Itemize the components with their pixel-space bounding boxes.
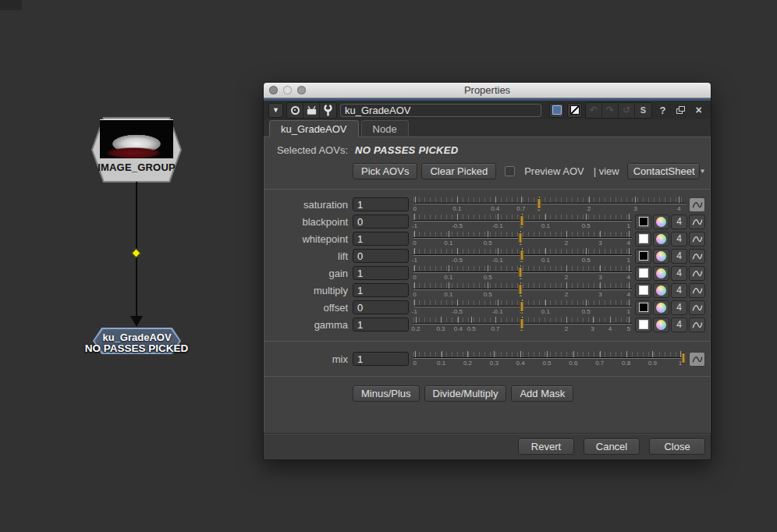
revert-button[interactable]: Revert — [518, 438, 574, 455]
slider-handle[interactable] — [519, 284, 523, 295]
pick-aovs-button[interactable]: Pick AOVs — [353, 163, 417, 179]
slider-tick-label: 0.7 — [516, 205, 525, 212]
clear-picked-button[interactable]: Clear Picked — [421, 163, 496, 179]
param-input-lift[interactable] — [353, 249, 409, 263]
color-swatch-button[interactable] — [635, 232, 651, 246]
slider-handle[interactable] — [681, 353, 685, 364]
undo-button[interactable]: ↶ — [586, 103, 602, 118]
close-window-icon[interactable] — [269, 86, 278, 94]
animation-curve-button[interactable] — [689, 249, 705, 264]
help-button[interactable]: ? — [655, 103, 670, 118]
image-group-node[interactable]: IMAGE_GROUP — [91, 117, 182, 183]
tab-ku-gradeaov[interactable]: ku_GradeAOV — [269, 120, 359, 137]
animation-curve-button[interactable] — [689, 300, 705, 315]
close-button[interactable]: Close — [649, 438, 705, 455]
slider-tick — [457, 197, 458, 203]
param-slider-saturation[interactable]: 00.10.40.71234 — [413, 196, 686, 213]
color-wheel-button[interactable] — [653, 266, 669, 281]
param-slider-offset[interactable]: -1-0.5-0.100.10.51 — [413, 299, 632, 316]
color-swatch-button[interactable] — [635, 249, 651, 264]
slider-tick-label: -0.5 — [452, 222, 463, 229]
slider-tick-label: 0.6 — [569, 360, 577, 367]
param-input-gamma[interactable] — [353, 317, 409, 332]
color-wheel-button[interactable] — [653, 249, 669, 264]
animation-curve-button[interactable] — [689, 266, 705, 281]
revert-knobs-button[interactable]: ↺ — [619, 103, 635, 118]
animation-curve-button[interactable] — [689, 197, 705, 212]
node-name-input[interactable] — [340, 104, 541, 117]
zoom-window-icon[interactable] — [297, 86, 306, 94]
channels-button[interactable]: 4 — [671, 249, 687, 264]
param-row-mix: mix00.10.20.30.40.50.60.70.80.91 — [264, 350, 710, 367]
color-wheel-button[interactable] — [653, 215, 669, 229]
channels-button[interactable]: 4 — [671, 283, 687, 298]
slider-handle[interactable] — [519, 267, 523, 278]
slider-tick — [652, 351, 653, 357]
script-button[interactable]: S — [635, 103, 651, 118]
animation-curve-button[interactable] — [689, 283, 705, 298]
param-input-gain[interactable] — [353, 266, 409, 280]
window-titlebar[interactable]: Properties — [264, 83, 711, 98]
slider-tick — [495, 197, 496, 203]
slider-tick-label: -0.1 — [492, 222, 503, 229]
param-slider-whitepoint[interactable]: 00.10.51234 — [413, 230, 632, 247]
param-slider-gamma[interactable]: 0.20.30.40.50.712345 — [413, 316, 632, 333]
param-slider-mix[interactable]: 00.10.20.30.40.50.60.70.80.91 — [413, 350, 686, 367]
color-wheel-button[interactable] — [653, 317, 669, 332]
color-swatch-button[interactable] — [635, 283, 651, 298]
slider-tick — [488, 231, 488, 237]
slider-tick — [520, 351, 521, 357]
preview-aov-checkbox[interactable] — [505, 166, 515, 176]
slider-handle[interactable] — [520, 215, 523, 226]
panel-menu-button[interactable]: ▼ — [268, 103, 283, 118]
color-wheel-button[interactable] — [653, 300, 669, 315]
color-wheel-button[interactable] — [653, 283, 669, 298]
connector-diamond-icon[interactable] — [131, 248, 141, 258]
view-dropdown[interactable]: ContactSheet ▼ — [627, 163, 700, 179]
param-input-multiply[interactable] — [353, 283, 409, 297]
animation-curve-button[interactable] — [689, 317, 705, 332]
close-panel-button[interactable]: × — [691, 103, 706, 118]
tab-node[interactable]: Node — [361, 120, 409, 137]
minus-plus-button[interactable]: Minus/Plus — [353, 385, 420, 402]
param-input-blackpoint[interactable] — [353, 215, 409, 229]
param-slider-blackpoint[interactable]: -1-0.5-0.100.10.51 — [413, 213, 632, 230]
color-wheel-button[interactable] — [653, 232, 669, 246]
divide-multiply-button[interactable]: Divide/Multiply — [424, 385, 507, 402]
slider-handle[interactable] — [520, 318, 523, 329]
gl-color-button[interactable] — [567, 103, 582, 118]
animation-curve-button[interactable] — [689, 232, 705, 246]
color-swatch-button[interactable] — [635, 300, 651, 315]
node-color-button[interactable] — [549, 103, 564, 118]
float-panel-button[interactable] — [673, 103, 688, 118]
grade-aov-node-title: ku_GradeAOV — [93, 332, 181, 343]
settings-button[interactable] — [320, 103, 336, 118]
animation-curve-button[interactable] — [689, 352, 705, 367]
add-mask-button[interactable]: Add Mask — [511, 385, 573, 402]
cancel-button[interactable]: Cancel — [584, 438, 640, 455]
param-slider-multiply[interactable]: 00.10.51234 — [413, 282, 632, 299]
redo-button[interactable]: ↷ — [602, 103, 619, 118]
slider-handle[interactable] — [520, 250, 523, 261]
center-node-button[interactable] — [287, 103, 303, 118]
slider-handle[interactable] — [537, 198, 541, 209]
param-slider-lift[interactable]: -1-0.5-0.100.10.51 — [413, 247, 632, 264]
channels-button[interactable]: 4 — [671, 317, 687, 332]
param-input-mix[interactable] — [353, 352, 409, 366]
param-input-whitepoint[interactable] — [353, 232, 409, 246]
channels-button[interactable]: 4 — [671, 232, 687, 246]
channels-button[interactable]: 4 — [671, 266, 687, 281]
color-swatch-button[interactable] — [635, 317, 651, 332]
slider-handle[interactable] — [519, 232, 523, 243]
param-slider-gain[interactable]: 00.10.51234 — [413, 264, 632, 282]
channels-button[interactable]: 4 — [671, 215, 687, 229]
minimize-window-icon[interactable] — [283, 86, 292, 94]
animation-curve-button[interactable] — [689, 215, 705, 229]
param-input-offset[interactable] — [353, 300, 409, 314]
monitor-out-button[interactable] — [303, 103, 320, 118]
channels-button[interactable]: 4 — [671, 300, 687, 315]
slider-handle[interactable] — [520, 301, 523, 312]
color-swatch-button[interactable] — [635, 215, 651, 229]
color-swatch-button[interactable] — [635, 266, 651, 281]
param-input-saturation[interactable] — [353, 197, 409, 211]
